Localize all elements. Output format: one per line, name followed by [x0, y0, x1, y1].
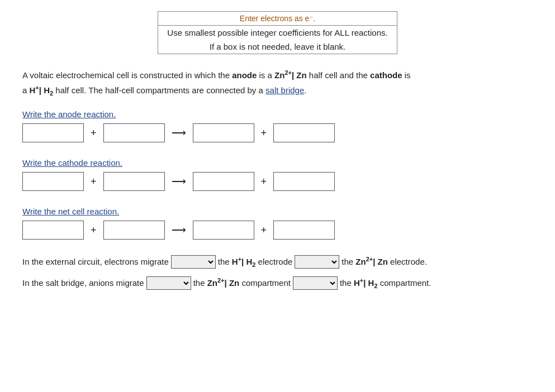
anode-input3[interactable]: [193, 124, 254, 142]
cathode-label: Write the cathode reaction.: [22, 158, 533, 168]
net-input1-box[interactable]: [22, 221, 84, 240]
cathode-halfcell: H+| H2: [30, 85, 54, 95]
saltbridge-select1[interactable]: from to: [146, 276, 191, 290]
anode-input2-box[interactable]: [103, 123, 165, 142]
anode-input1-box[interactable]: [22, 123, 84, 142]
instructions-line1: Use smallest possible integer coefficien…: [158, 26, 397, 40]
anode-halfcell: Zn2+| Zn: [274, 70, 307, 80]
anode-input4[interactable]: [274, 124, 334, 142]
net-input4[interactable]: [274, 221, 334, 239]
cathode-input4[interactable]: [274, 173, 334, 190]
net-input2[interactable]: [104, 221, 164, 239]
saltbridge-select2[interactable]: from to: [293, 276, 338, 290]
net-input3[interactable]: [193, 221, 254, 239]
saltbridge-prefix: In the salt bridge, anions migrate: [22, 278, 144, 288]
net-input2-box[interactable]: [103, 221, 165, 240]
instructions-table: Enter electrons as e⁻. Use smallest poss…: [158, 11, 397, 54]
net-input4-box[interactable]: [273, 221, 335, 240]
instructions-electrons: Enter electrons as e⁻.: [158, 12, 397, 26]
saltbridge-mid: the Zn2+| Zn compartment: [193, 277, 291, 288]
cathode-input4-box[interactable]: [273, 172, 335, 191]
cathode-input2-box[interactable]: [103, 172, 165, 191]
anode-plus2: +: [259, 127, 269, 139]
cathode-input2[interactable]: [104, 173, 164, 190]
cathode-input3[interactable]: [193, 173, 254, 190]
cathode-section: Write the cathode reaction. + ⟶ +: [22, 158, 533, 191]
problem-text: A voltaic electrochemical cell is constr…: [22, 68, 533, 98]
external-suffix: the Zn2+| Zn electrode.: [341, 256, 427, 266]
net-input3-box[interactable]: [193, 221, 254, 240]
cathode-input3-box[interactable]: [193, 172, 254, 191]
anode-bold: anode: [232, 70, 257, 80]
cathode-input1-box[interactable]: [22, 172, 84, 191]
net-plus1: +: [88, 224, 99, 236]
anode-input3-box[interactable]: [193, 123, 254, 142]
cathode-reaction-row: + ⟶ +: [22, 172, 533, 191]
cathode-arrow: ⟶: [169, 175, 188, 188]
net-plus2: +: [259, 224, 269, 236]
saltbridge-suffix: the H+| H2 compartment.: [340, 277, 431, 289]
salt-bridge-link[interactable]: salt bridge: [265, 85, 304, 95]
instructions-line2: If a box is not needed, leave it blank.: [158, 40, 397, 54]
external-circuit-row: In the external circuit, electrons migra…: [22, 255, 533, 269]
cathode-input1[interactable]: [23, 173, 83, 190]
cathode-bold: cathode: [370, 70, 402, 80]
anode-label: Write the anode reaction.: [22, 109, 533, 119]
external-select1[interactable]: from to: [171, 255, 216, 269]
anode-section: Write the anode reaction. + ⟶ +: [22, 109, 533, 142]
cathode-plus1: +: [88, 176, 99, 188]
anode-input2[interactable]: [104, 124, 164, 142]
external-mid: the H+| H2 electrode: [218, 256, 293, 268]
net-reaction-row: + ⟶ +: [22, 221, 533, 240]
net-input1[interactable]: [23, 221, 83, 239]
cathode-plus2: +: [259, 176, 269, 188]
salt-bridge-row: In the salt bridge, anions migrate from …: [22, 276, 533, 290]
net-section: Write the net cell reaction. + ⟶ +: [22, 207, 533, 240]
net-label: Write the net cell reaction.: [22, 207, 533, 216]
external-prefix: In the external circuit, electrons migra…: [22, 257, 169, 266]
anode-input4-box[interactable]: [273, 123, 335, 142]
anode-arrow: ⟶: [169, 127, 188, 139]
net-arrow: ⟶: [169, 224, 188, 236]
anode-input1[interactable]: [23, 124, 83, 142]
anode-reaction-row: + ⟶ +: [22, 123, 533, 142]
anode-plus1: +: [88, 127, 99, 139]
external-select2[interactable]: from to: [295, 255, 339, 269]
